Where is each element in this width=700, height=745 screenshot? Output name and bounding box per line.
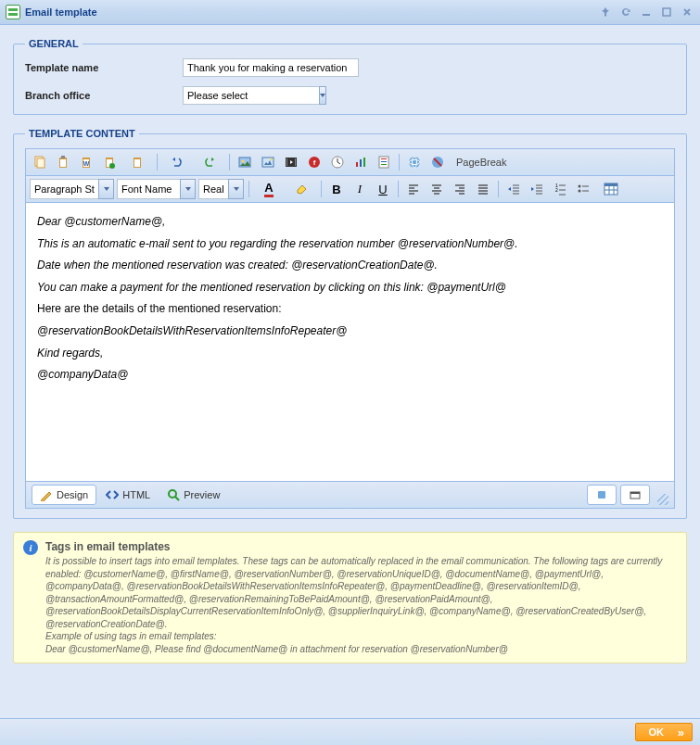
svg-point-31: [409, 157, 420, 168]
svg-rect-29: [381, 161, 387, 162]
link-icon[interactable]: [404, 152, 425, 172]
info-text-3: Dear @customerName@, Please find @docume…: [45, 643, 677, 656]
svg-point-38: [579, 190, 581, 193]
template-icon: [6, 5, 20, 19]
branch-office-select[interactable]: [183, 86, 326, 105]
template-content-fieldset: TEMPLATE CONTENT W f: [13, 128, 687, 519]
svg-rect-5: [60, 159, 66, 167]
module-button-2[interactable]: [620, 485, 650, 505]
toolbar-row-2: A B I U 12: [26, 176, 674, 203]
ok-button[interactable]: OK: [635, 723, 694, 741]
bold-icon[interactable]: B: [326, 179, 347, 199]
image-manager-icon[interactable]: [258, 152, 278, 172]
svg-rect-20: [295, 158, 296, 166]
svg-rect-14: [134, 159, 140, 167]
content-area: GENERAL Template name Branch office TEMP…: [0, 25, 700, 718]
svg-text:W: W: [83, 160, 90, 167]
tab-preview[interactable]: Preview: [159, 486, 227, 504]
module-button-1[interactable]: [587, 485, 617, 505]
font-name-select[interactable]: [117, 179, 196, 199]
media-icon[interactable]: [281, 152, 301, 172]
table-icon[interactable]: [596, 179, 626, 199]
italic-icon[interactable]: I: [350, 179, 370, 199]
window-title: Email template: [25, 6, 598, 18]
tab-design[interactable]: Design: [32, 485, 96, 505]
svg-rect-42: [598, 491, 605, 499]
font-color-icon[interactable]: A: [254, 179, 284, 199]
svg-rect-0: [643, 14, 650, 16]
svg-rect-30: [381, 164, 387, 165]
pagebreak-button[interactable]: PageBreak: [451, 152, 512, 172]
bottom-bar: OK: [0, 718, 700, 745]
paste-word-icon[interactable]: W: [76, 152, 96, 172]
body-line: This is an automatic e-mail sent to you …: [37, 234, 663, 255]
svg-rect-3: [37, 158, 45, 168]
align-right-icon[interactable]: [450, 179, 470, 199]
body-line: Kind regards,: [37, 344, 663, 364]
close-icon[interactable]: [680, 5, 694, 19]
svg-point-41: [169, 490, 176, 498]
align-center-icon[interactable]: [426, 179, 447, 199]
template-name-label: Template name: [25, 62, 183, 73]
body-line: @companyData@: [37, 365, 663, 385]
chart-icon[interactable]: [350, 152, 371, 172]
chevron-down-icon[interactable]: [228, 179, 244, 199]
svg-rect-6: [61, 156, 65, 158]
editor-body[interactable]: Dear @customerName@, This is an automati…: [26, 203, 674, 481]
info-text-1: It is possible to insert tags into email…: [45, 555, 677, 630]
resize-grip-icon[interactable]: [657, 494, 668, 505]
align-left-icon[interactable]: [403, 179, 424, 199]
svg-rect-44: [630, 492, 640, 494]
svg-text:2: 2: [555, 187, 558, 193]
paragraph-style-select[interactable]: [30, 179, 114, 199]
refresh-icon[interactable]: [618, 5, 633, 19]
flash-icon[interactable]: f: [304, 152, 325, 172]
body-line: You can make a payment for the mentioned…: [37, 278, 663, 298]
fill-color-icon[interactable]: [286, 179, 316, 199]
chevron-down-icon[interactable]: [319, 86, 326, 105]
info-text-2: Example of using tags in email templates…: [45, 630, 677, 643]
align-justify-icon[interactable]: [473, 179, 493, 199]
paste-plain-icon[interactable]: [122, 152, 152, 172]
template-content-legend: TEMPLATE CONTENT: [25, 128, 139, 139]
ordered-list-icon[interactable]: 12: [550, 179, 570, 199]
maximize-icon[interactable]: [659, 5, 674, 19]
copy-icon[interactable]: [30, 152, 50, 172]
editor-tabs: Design HTML Preview: [26, 481, 674, 508]
branch-office-input[interactable]: [183, 86, 319, 105]
svg-point-37: [579, 185, 581, 188]
indent-icon[interactable]: [527, 179, 547, 199]
redo-icon[interactable]: [195, 152, 224, 172]
pin-icon[interactable]: [598, 5, 613, 19]
body-line: @reservationBookDetailsWithReservationIt…: [37, 322, 663, 342]
insert-image-icon[interactable]: [235, 152, 255, 172]
paste-html-icon[interactable]: [99, 152, 120, 172]
branch-office-label: Branch office: [25, 90, 183, 101]
template-name-input[interactable]: [183, 58, 359, 77]
svg-rect-40: [605, 183, 617, 186]
chevron-down-icon[interactable]: [180, 179, 196, 199]
svg-rect-19: [286, 158, 287, 166]
info-icon: i: [23, 540, 38, 555]
underline-icon[interactable]: U: [373, 179, 393, 199]
tab-html[interactable]: HTML: [98, 486, 158, 504]
svg-rect-25: [360, 159, 362, 167]
info-title: Tags in email templates: [45, 540, 677, 553]
titlebar[interactable]: Email template: [0, 0, 700, 25]
toolbar-row-1: W f PageBreak: [26, 149, 674, 176]
time-icon[interactable]: [327, 152, 348, 172]
template-insert-icon[interactable]: [374, 152, 394, 172]
unlink-icon[interactable]: [427, 152, 448, 172]
unordered-list-icon[interactable]: [573, 179, 593, 199]
svg-text:f: f: [313, 158, 316, 167]
undo-icon[interactable]: [162, 152, 192, 172]
chevron-down-icon[interactable]: [98, 179, 114, 199]
font-size-select[interactable]: [198, 179, 244, 199]
paste-icon[interactable]: [53, 152, 73, 172]
svg-rect-1: [663, 8, 670, 16]
rich-text-editor: W f PageBreak: [25, 148, 675, 509]
svg-rect-24: [356, 162, 358, 167]
email-template-window: Email template GENERAL Template name Bra…: [0, 0, 700, 745]
outdent-icon[interactable]: [503, 179, 524, 199]
minimize-icon[interactable]: [639, 5, 654, 19]
